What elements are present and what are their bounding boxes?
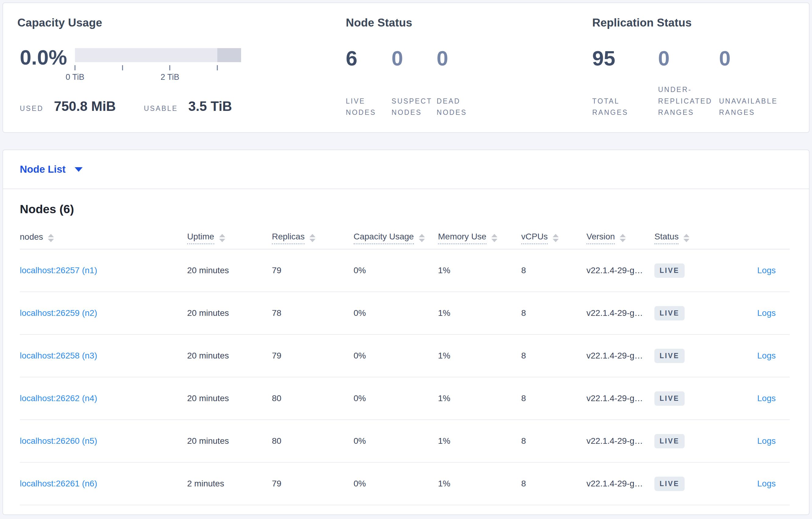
nodes-table-container: Nodes (6) nodes Uptime Replicas Capacity… (3, 203, 809, 505)
replicas-cell: 78 (272, 308, 354, 318)
version-cell: v22.1.4-29-g… (586, 308, 655, 318)
column-header-status[interactable]: Status (655, 232, 715, 244)
unavailable-ranges-count: 0 (719, 47, 792, 70)
suspect-nodes-label: SUSPECT NODES (392, 96, 437, 119)
capacity-usage-cell: 0% (354, 479, 438, 489)
axis-tick (122, 65, 123, 70)
axis-tick-label: 0 TiB (65, 72, 84, 82)
capacity-usage-section: Capacity Usage 0.0% 0 TiB 2 TiB USED 750… (18, 17, 346, 132)
under-replicated-ranges-stat: 0 UNDER- REPLICATED RANGES (658, 47, 719, 118)
table-row: localhost:26258 (n3) 20 minutes 79 0% 1%… (20, 335, 790, 377)
uptime-cell: 20 minutes (187, 308, 272, 318)
sort-icon[interactable] (684, 234, 690, 242)
table-row: localhost:26261 (n6) 2 minutes 79 0% 1% … (20, 463, 790, 505)
capacity-bar-reserved-segment (217, 48, 241, 62)
sort-icon[interactable] (553, 234, 559, 242)
sort-icon[interactable] (48, 234, 54, 242)
chevron-down-icon (75, 167, 83, 172)
capacity-usage-cell: 0% (354, 308, 438, 318)
logs-link[interactable]: Logs (757, 394, 776, 403)
status-badge: LIVE (655, 306, 685, 320)
table-row: localhost:26257 (n1) 20 minutes 79 0% 1%… (20, 249, 790, 292)
node-address-link[interactable]: localhost:26258 (n3) (20, 351, 187, 361)
replicas-cell: 79 (272, 351, 354, 361)
vcpus-cell: 8 (521, 308, 586, 318)
logs-cell: Logs (715, 266, 790, 275)
sort-icon[interactable] (309, 234, 316, 242)
vcpus-cell: 8 (521, 479, 586, 489)
uptime-cell: 20 minutes (187, 394, 272, 403)
axis-tick (170, 65, 170, 70)
total-ranges-label: TOTAL RANGES (592, 96, 658, 119)
status-cell: LIVE (655, 477, 715, 491)
under-replicated-ranges-count: 0 (658, 47, 719, 70)
status-cell: LIVE (655, 264, 715, 278)
column-header-vcpus[interactable]: vCPUs (521, 232, 586, 244)
sort-icon[interactable] (491, 234, 497, 242)
total-ranges-count: 95 (592, 47, 658, 70)
status-cell: LIVE (655, 306, 715, 320)
dead-nodes-count: 0 (437, 47, 504, 70)
capacity-percent-value: 0.0% (20, 47, 67, 68)
vcpus-cell: 8 (521, 436, 586, 446)
column-header-nodes[interactable]: nodes (20, 232, 187, 244)
capacity-usage-cell: 0% (354, 394, 438, 403)
memory-use-cell: 1% (438, 308, 521, 318)
table-row: localhost:26259 (n2) 20 minutes 78 0% 1%… (20, 292, 790, 335)
usable-label: USABLE (144, 103, 178, 114)
node-address-link[interactable]: localhost:26262 (n4) (20, 394, 187, 403)
capacity-usage-title: Capacity Usage (18, 17, 346, 29)
capacity-usage-cell: 0% (354, 351, 438, 361)
cluster-overview-panel: Capacity Usage 0.0% 0 TiB 2 TiB USED 750… (2, 2, 810, 133)
axis-tick-label: 2 TiB (161, 72, 179, 82)
logs-link[interactable]: Logs (757, 308, 776, 318)
node-address-link[interactable]: localhost:26261 (n6) (20, 479, 187, 489)
node-status-section: Node Status 6 LIVE NODES 0 SUSPECT NODES… (346, 17, 592, 132)
status-badge: LIVE (655, 264, 685, 278)
version-cell: v22.1.4-29-g… (586, 394, 655, 403)
uptime-cell: 2 minutes (187, 479, 272, 489)
node-list-panel: Node List Nodes (6) nodes Uptime Replica… (2, 150, 810, 515)
capacity-bar-axis: 0 TiB 2 TiB (75, 62, 241, 82)
uptime-cell: 20 minutes (187, 436, 272, 446)
sort-icon[interactable] (219, 234, 225, 242)
node-address-link[interactable]: localhost:26257 (n1) (20, 266, 187, 275)
table-row: localhost:26260 (n5) 20 minutes 80 0% 1%… (20, 420, 790, 463)
sort-icon[interactable] (620, 234, 626, 242)
sort-icon[interactable] (419, 234, 425, 242)
column-header-replicas[interactable]: Replicas (272, 232, 354, 244)
used-value: 750.8 MiB (54, 99, 116, 114)
column-header-uptime[interactable]: Uptime (187, 232, 272, 244)
column-header-capacity-usage[interactable]: Capacity Usage (354, 232, 438, 244)
status-cell: LIVE (655, 391, 715, 406)
replicas-cell: 80 (272, 436, 354, 446)
capacity-bar-track (75, 48, 241, 62)
axis-tick (217, 65, 218, 70)
view-selector-label[interactable]: Node List (20, 163, 65, 175)
status-badge: LIVE (655, 477, 685, 491)
memory-use-cell: 1% (438, 394, 521, 403)
replication-status-section: Replication Status 95 TOTAL RANGES 0 UND… (592, 17, 792, 132)
axis-tick (75, 65, 76, 70)
node-address-link[interactable]: localhost:26259 (n2) (20, 308, 187, 318)
memory-use-cell: 1% (438, 436, 521, 446)
node-status-title: Node Status (346, 17, 592, 29)
memory-use-cell: 1% (438, 266, 521, 275)
view-selector-dropdown[interactable]: Node List (3, 150, 809, 189)
column-header-memory-use[interactable]: Memory Use (438, 232, 521, 244)
status-badge: LIVE (655, 349, 685, 363)
uptime-cell: 20 minutes (187, 351, 272, 361)
nodes-table-header: nodes Uptime Replicas Capacity Usage Mem… (20, 227, 790, 249)
unavailable-ranges-stat: 0 UNAVAILABLE RANGES (719, 47, 792, 118)
capacity-bar: 0 TiB 2 TiB (75, 48, 241, 82)
column-header-version[interactable]: Version (586, 232, 655, 244)
live-nodes-stat: 6 LIVE NODES (346, 47, 392, 118)
logs-link[interactable]: Logs (757, 436, 776, 446)
logs-link[interactable]: Logs (757, 479, 776, 488)
node-address-link[interactable]: localhost:26260 (n5) (20, 436, 187, 446)
capacity-usage-cell: 0% (354, 266, 438, 275)
version-cell: v22.1.4-29-g… (586, 479, 655, 489)
logs-link[interactable]: Logs (757, 266, 776, 275)
usable-value: 3.5 TiB (188, 99, 232, 114)
logs-link[interactable]: Logs (757, 351, 776, 360)
